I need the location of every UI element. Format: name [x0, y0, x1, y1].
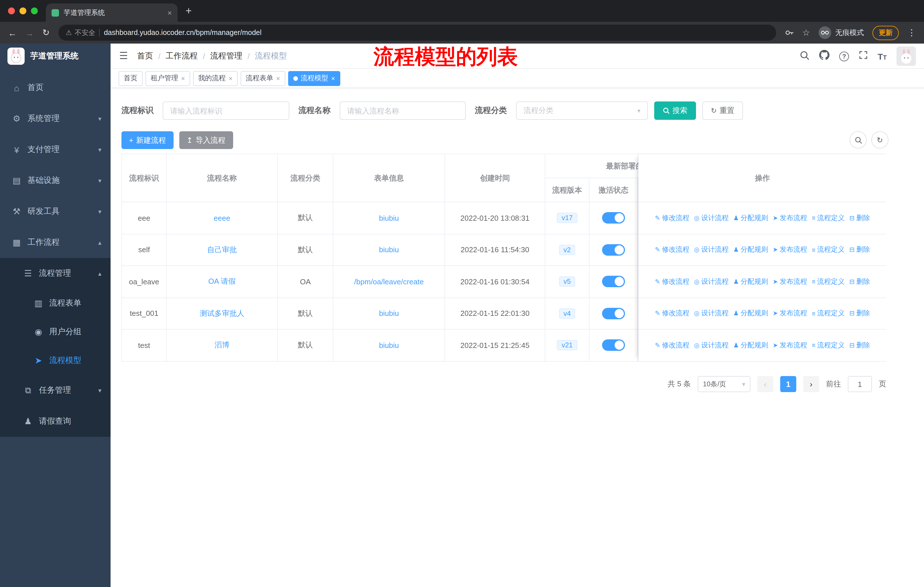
- form-info-link[interactable]: /bpm/oa/leave/create: [354, 278, 424, 286]
- status-toggle[interactable]: [602, 340, 625, 351]
- window-close-button[interactable]: [8, 7, 15, 14]
- sidebar-item-user-group[interactable]: ◉ 用户分组: [0, 317, 111, 346]
- process-name-link[interactable]: 测试多审批人: [200, 308, 244, 319]
- action-process-definition[interactable]: ≡流程定义: [812, 245, 845, 255]
- action-publish-process[interactable]: ➤发布流程: [773, 213, 807, 223]
- action-assign-rule[interactable]: ♟分配规则: [733, 341, 768, 350]
- sidebar-toggle-icon[interactable]: ☰: [119, 50, 128, 62]
- action-publish-process[interactable]: ➤发布流程: [773, 309, 807, 318]
- goto-page-input[interactable]: [848, 376, 872, 392]
- process-name-link[interactable]: 自己审批: [207, 245, 237, 255]
- fullscreen-icon[interactable]: [859, 50, 868, 62]
- browser-tab[interactable]: 芋道管理系统 ×: [46, 3, 178, 22]
- action-assign-rule[interactable]: ♟分配规则: [733, 277, 768, 287]
- action-edit-process[interactable]: ✎修改流程: [655, 309, 689, 318]
- action-assign-rule[interactable]: ♟分配规则: [733, 213, 768, 223]
- action-process-definition[interactable]: ≡流程定义: [812, 277, 845, 287]
- action-design-process[interactable]: ◎设计流程: [694, 213, 729, 223]
- update-button[interactable]: 更新: [873, 25, 899, 40]
- action-delete[interactable]: ⊟删除: [849, 277, 870, 287]
- toggle-search-button[interactable]: [850, 131, 867, 149]
- search-button[interactable]: 搜索: [654, 101, 696, 120]
- action-assign-rule[interactable]: ♟分配规则: [733, 245, 768, 255]
- action-design-process[interactable]: ◎设计流程: [694, 277, 729, 287]
- window-zoom-button[interactable]: [31, 7, 38, 14]
- reload-button[interactable]: ↻: [42, 28, 50, 38]
- status-toggle[interactable]: [602, 276, 625, 288]
- breadcrumb-item-home[interactable]: 首页: [137, 51, 153, 61]
- page-button-1[interactable]: 1: [780, 376, 796, 392]
- tag-process-form[interactable]: 流程表单 ×: [241, 71, 285, 86]
- action-publish-process[interactable]: ➤发布流程: [773, 341, 807, 350]
- sidebar-item-payment[interactable]: ¥ 支付管理 ▾: [0, 134, 111, 165]
- reset-button[interactable]: ↻ 重置: [702, 101, 743, 120]
- tag-tenant-management[interactable]: 租户管理 ×: [145, 71, 190, 86]
- process-name-link[interactable]: eeee: [214, 214, 230, 222]
- sidebar-item-task-management[interactable]: ⧉ 任务管理 ▾: [0, 375, 111, 406]
- prev-page-button[interactable]: ‹: [757, 376, 773, 392]
- password-key-icon[interactable]: [784, 28, 794, 37]
- process-id-input[interactable]: [163, 101, 289, 120]
- breadcrumb-item-workflow[interactable]: 工作流程: [165, 51, 198, 61]
- sidebar-item-workflow[interactable]: ▦ 工作流程 ▴: [0, 227, 111, 258]
- github-icon[interactable]: [819, 50, 830, 63]
- action-process-definition[interactable]: ≡流程定义: [812, 213, 845, 223]
- process-name-link[interactable]: OA 请假: [208, 276, 236, 287]
- action-process-definition[interactable]: ≡流程定义: [812, 309, 845, 318]
- sidebar-item-process-form[interactable]: ▥ 流程表单: [0, 289, 111, 317]
- window-minimize-button[interactable]: [20, 7, 26, 14]
- close-icon[interactable]: ×: [181, 74, 185, 82]
- action-delete[interactable]: ⊟删除: [849, 213, 870, 223]
- tag-process-model[interactable]: 流程模型 ×: [288, 71, 340, 86]
- status-toggle[interactable]: [602, 308, 625, 319]
- sidebar-item-home[interactable]: ⌂ 首页: [0, 72, 111, 103]
- tab-close-icon[interactable]: ×: [168, 8, 172, 17]
- process-name-link[interactable]: 滔博: [214, 340, 229, 351]
- status-toggle[interactable]: [602, 212, 625, 224]
- user-avatar[interactable]: [896, 46, 916, 66]
- font-size-icon[interactable]: TT: [878, 51, 887, 61]
- page-size-select[interactable]: 10条/页 ▾: [698, 376, 751, 392]
- tag-home[interactable]: 首页: [119, 71, 143, 86]
- create-process-button[interactable]: + 新建流程: [121, 131, 173, 149]
- sidebar-item-devtools[interactable]: ⚒ 研发工具 ▾: [0, 196, 111, 227]
- action-delete[interactable]: ⊟删除: [849, 341, 870, 350]
- sidebar-item-leave-query[interactable]: ♟ 请假查询: [0, 406, 111, 437]
- bookmark-star-icon[interactable]: ☆: [802, 28, 810, 38]
- back-button[interactable]: ←: [8, 28, 16, 38]
- new-tab-button[interactable]: +: [186, 4, 191, 18]
- action-assign-rule[interactable]: ♟分配规则: [733, 309, 768, 318]
- action-delete[interactable]: ⊟删除: [849, 309, 870, 318]
- action-edit-process[interactable]: ✎修改流程: [655, 245, 689, 255]
- tag-my-process[interactable]: 我的流程 ×: [193, 71, 238, 86]
- close-icon[interactable]: ×: [229, 74, 233, 82]
- forward-button[interactable]: →: [25, 28, 34, 38]
- sidebar-item-infrastructure[interactable]: ▤ 基础设施 ▾: [0, 165, 111, 196]
- action-edit-process[interactable]: ✎修改流程: [655, 341, 689, 350]
- profile-badge[interactable]: 无痕模式: [818, 26, 864, 39]
- action-edit-process[interactable]: ✎修改流程: [655, 213, 689, 223]
- action-edit-process[interactable]: ✎修改流程: [655, 277, 689, 287]
- search-icon[interactable]: [800, 50, 809, 62]
- action-process-definition[interactable]: ≡流程定义: [812, 341, 845, 350]
- process-name-input[interactable]: [340, 101, 466, 120]
- close-icon[interactable]: ×: [276, 74, 280, 82]
- address-bar[interactable]: ⚠ 不安全 dashboard.yudao.iocoder.cn/bpm/man…: [58, 25, 776, 41]
- breadcrumb-item-process-management[interactable]: 流程管理: [210, 51, 242, 61]
- category-select[interactable]: 流程分类 ▾: [516, 101, 648, 120]
- close-icon[interactable]: ×: [331, 74, 335, 82]
- sidebar-item-process-management[interactable]: ☰ 流程管理 ▴: [0, 258, 111, 289]
- action-delete[interactable]: ⊟删除: [849, 245, 870, 255]
- action-design-process[interactable]: ◎设计流程: [694, 309, 729, 318]
- form-info-link[interactable]: biubiu: [379, 246, 399, 254]
- status-toggle[interactable]: [602, 244, 625, 256]
- sidebar-item-process-model[interactable]: ➤ 流程模型: [0, 346, 111, 375]
- action-design-process[interactable]: ◎设计流程: [694, 341, 729, 350]
- next-page-button[interactable]: ›: [803, 376, 819, 392]
- form-info-link[interactable]: biubiu: [379, 341, 399, 350]
- import-process-button[interactable]: ↥ 导入流程: [179, 131, 233, 149]
- refresh-table-button[interactable]: ↻: [871, 131, 888, 149]
- action-publish-process[interactable]: ➤发布流程: [773, 277, 807, 287]
- form-info-link[interactable]: biubiu: [379, 214, 399, 222]
- action-design-process[interactable]: ◎设计流程: [694, 245, 729, 255]
